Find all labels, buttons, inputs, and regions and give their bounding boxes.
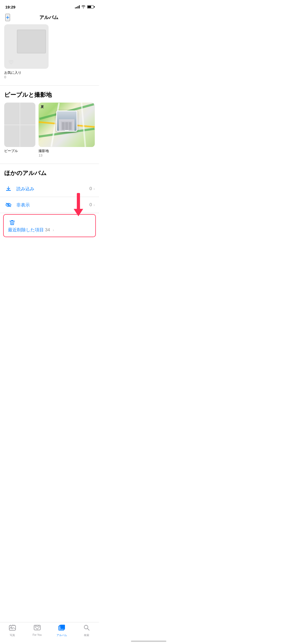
- favorites-section: ♡ お気に入り 0: [0, 24, 99, 84]
- status-time: 19:29: [5, 5, 15, 9]
- nav-bar: + アルバム: [0, 12, 99, 24]
- people-places-title: ピープルと撮影地: [0, 87, 99, 103]
- hidden-count: 0: [89, 202, 92, 208]
- people-cell-1: [4, 103, 20, 125]
- status-icons: [75, 5, 94, 9]
- heart-icon: ♡: [7, 58, 15, 66]
- map-pin: [65, 130, 69, 132]
- battery-icon: [87, 5, 94, 8]
- import-chevron: ›: [93, 187, 95, 191]
- section-divider-2: [0, 164, 99, 164]
- hidden-icon: [4, 201, 13, 209]
- other-albums-title: ほかのアルバム: [0, 165, 99, 181]
- add-album-button[interactable]: +: [5, 14, 10, 21]
- import-count: 0: [89, 186, 92, 191]
- people-places-section: ピープルと撮影地 ピープル: [0, 87, 99, 163]
- places-label: 撮影地: [39, 149, 95, 153]
- places-album-card[interactable]: 夏: [39, 103, 95, 157]
- people-cell-4: [20, 125, 36, 147]
- favorites-thumb-inner: [17, 30, 46, 53]
- import-label: 読み込み: [16, 186, 89, 192]
- signal-bars-icon: [75, 5, 80, 8]
- wifi-icon: [81, 5, 86, 9]
- trash-icon: [8, 218, 16, 227]
- recently-deleted-list-item[interactable]: 最近削除した項目 34 ›: [3, 214, 96, 237]
- scroll-content: ♡ お気に入り 0 ピープルと撮影地 ピープル: [0, 24, 99, 260]
- recently-deleted-count: 34: [45, 227, 50, 232]
- hidden-chevron: ›: [93, 203, 95, 207]
- section-divider: [0, 85, 99, 86]
- svg-rect-0: [6, 190, 11, 191]
- places-map-bg: 夏: [39, 103, 95, 147]
- people-thumb: [4, 103, 35, 147]
- favorites-label: お気に入り: [4, 70, 95, 75]
- favorites-album-thumb[interactable]: ♡: [4, 24, 49, 69]
- recently-deleted-chevron: ›: [53, 228, 54, 232]
- places-count: 13: [39, 153, 95, 157]
- people-album-card[interactable]: ピープル: [4, 103, 35, 157]
- people-label: ピープル: [4, 149, 35, 153]
- hidden-list-item[interactable]: 非表示 0 ›: [0, 197, 99, 213]
- place-photo-overlay: [56, 111, 77, 132]
- other-albums-section: ほかのアルバム 読み込み 0 › 非表示 0: [0, 165, 99, 237]
- recently-deleted-label: 最近削除した項目: [8, 227, 44, 232]
- map-text: 夏: [41, 105, 44, 109]
- people-places-row: ピープル 夏: [4, 103, 95, 157]
- people-cell-3: [4, 125, 20, 147]
- import-list-item[interactable]: 読み込み 0 ›: [0, 181, 99, 197]
- page-title: アルバム: [39, 14, 58, 21]
- status-bar: 19:29: [0, 0, 99, 12]
- favorites-count: 0: [4, 75, 95, 79]
- places-thumb: 夏: [39, 103, 95, 147]
- annotation-arrow: [74, 193, 83, 216]
- people-cell-2: [20, 103, 36, 125]
- import-icon: [4, 185, 13, 193]
